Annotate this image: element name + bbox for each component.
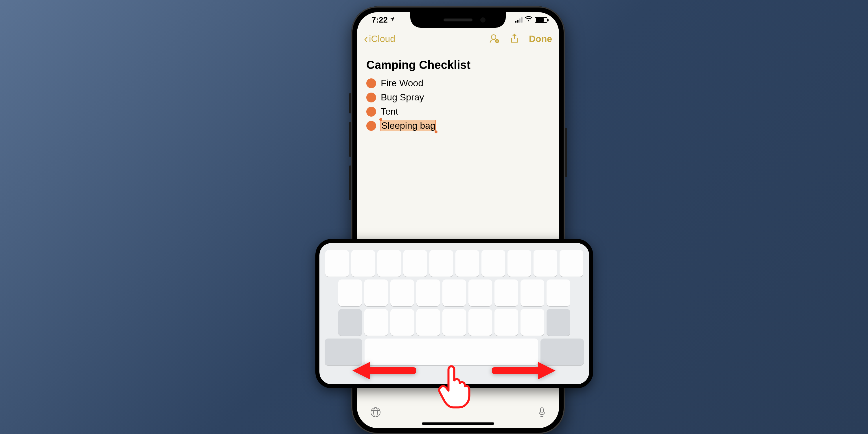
checklist-label-selected[interactable]: Sleeping bag: [381, 120, 436, 131]
blank-mode-key[interactable]: [324, 339, 362, 365]
checklist-item[interactable]: Tent: [366, 106, 550, 117]
done-button[interactable]: Done: [529, 34, 552, 44]
mic-icon: [537, 406, 546, 418]
keyboard-toolbar: [357, 406, 559, 421]
checklist-label[interactable]: Fire Wood: [381, 78, 423, 89]
nav-bar: ‹ iCloud Don: [357, 28, 559, 50]
checklist-item[interactable]: Bug Spray: [366, 92, 550, 103]
status-time: 7:22: [372, 16, 388, 25]
blank-key[interactable]: [507, 250, 531, 277]
blank-key[interactable]: [560, 250, 583, 277]
checklist-item[interactable]: Fire Wood: [366, 78, 550, 89]
svg-point-0: [491, 35, 496, 39]
checklist-item[interactable]: Sleeping bag: [366, 120, 550, 131]
chevron-left-icon: ‹: [364, 33, 368, 44]
blank-key[interactable]: [547, 279, 570, 306]
checklist-bullet-icon[interactable]: [366, 107, 376, 117]
blank-key[interactable]: [390, 309, 414, 336]
dictation-button[interactable]: [537, 406, 546, 421]
collaborate-button[interactable]: [488, 33, 500, 44]
blank-space-key[interactable]: [365, 339, 538, 365]
blank-key[interactable]: [468, 309, 492, 336]
blank-key[interactable]: [521, 279, 544, 306]
blank-key[interactable]: [482, 250, 505, 277]
checklist-bullet-icon[interactable]: [366, 93, 376, 102]
location-arrow-icon: [390, 16, 395, 24]
blank-key[interactable]: [351, 250, 375, 277]
blank-key[interactable]: [390, 279, 414, 306]
person-add-icon: [488, 33, 500, 44]
blank-key[interactable]: [521, 309, 544, 336]
blank-key[interactable]: [456, 250, 479, 277]
back-button[interactable]: ‹ iCloud: [364, 33, 395, 44]
checklist-bullet-icon[interactable]: [366, 79, 376, 88]
blank-key[interactable]: [416, 309, 440, 336]
blank-key[interactable]: [364, 309, 388, 336]
share-button[interactable]: [509, 33, 520, 44]
blank-key[interactable]: [494, 309, 518, 336]
blank-key[interactable]: [468, 279, 492, 306]
blank-return-key[interactable]: [540, 339, 584, 365]
blank-key[interactable]: [533, 250, 557, 277]
keyboard-trackpad-overlay[interactable]: [315, 239, 593, 388]
selection-handle-end-icon[interactable]: [435, 130, 437, 133]
svg-point-2: [371, 408, 380, 417]
blank-key[interactable]: [377, 250, 401, 277]
battery-icon: [535, 17, 548, 23]
blank-key[interactable]: [364, 279, 388, 306]
blank-shift-key[interactable]: [338, 309, 362, 336]
globe-button[interactable]: [370, 406, 381, 421]
blank-key[interactable]: [442, 309, 466, 336]
note-body[interactable]: Camping Checklist Fire Wood Bug Spray Te…: [357, 50, 559, 143]
svg-point-3: [374, 408, 378, 417]
blank-key[interactable]: [494, 279, 518, 306]
note-title[interactable]: Camping Checklist: [366, 58, 550, 71]
blank-delete-key[interactable]: [547, 309, 570, 336]
blank-key[interactable]: [416, 279, 440, 306]
notch: [410, 12, 506, 28]
checklist-label[interactable]: Bug Spray: [381, 92, 424, 103]
blank-key[interactable]: [429, 250, 453, 277]
blank-key[interactable]: [442, 279, 466, 306]
blank-key[interactable]: [325, 250, 349, 277]
share-icon: [509, 33, 520, 44]
wifi-icon: [525, 16, 532, 24]
svg-rect-4: [540, 408, 544, 413]
blank-key[interactable]: [338, 279, 362, 306]
home-indicator[interactable]: [422, 423, 494, 425]
globe-icon: [370, 406, 381, 418]
checklist-bullet-icon[interactable]: [366, 121, 376, 131]
selection-handle-start-icon[interactable]: [379, 118, 382, 121]
blank-key[interactable]: [403, 250, 427, 277]
cellular-signal-icon: [515, 18, 523, 23]
back-label: iCloud: [369, 34, 395, 44]
checklist-label[interactable]: Tent: [381, 106, 398, 117]
